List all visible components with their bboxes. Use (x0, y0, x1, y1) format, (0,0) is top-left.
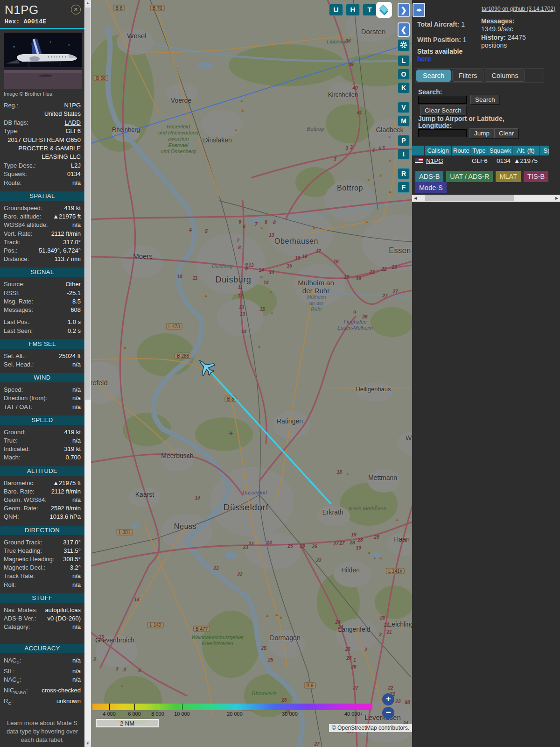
search-input[interactable] (418, 96, 467, 104)
aircraft-detail-sidebar: N1PG × Hex: A0014E (0, 0, 84, 747)
zoom-out-button[interactable]: − (382, 707, 394, 719)
data-label: TAT / OAT: (4, 403, 32, 411)
tar1090-app: WeselDorstenVoerdeDinslakenRheinbergKirc… (0, 0, 560, 747)
map-button-T[interactable]: T (363, 4, 377, 16)
expand-right-button[interactable]: ❯ (398, 3, 410, 17)
layer-switcher-button[interactable] (376, 2, 392, 18)
data-label: Geom. WGS84: (4, 496, 47, 504)
jump-input[interactable] (418, 129, 467, 137)
info-label: Squawk: (4, 170, 27, 178)
data-value: n/a (32, 623, 81, 631)
scrollbar-thumb[interactable] (85, 7, 91, 400)
map-toggle-button-V[interactable]: V (398, 102, 410, 113)
data-value: n/a (49, 496, 81, 504)
github-link[interactable]: tar1090 on github (3.14.1702) (482, 6, 555, 12)
map-toggle-button-K[interactable]: K (398, 82, 410, 93)
data-value: autopilot,tcas (39, 606, 81, 614)
hscroll-left-icon[interactable]: ◀ (412, 195, 419, 202)
data-value: 0.2 s (35, 327, 81, 335)
data-value: n/a (23, 656, 81, 667)
clear-search-button[interactable]: Clear Search (420, 106, 466, 115)
map-viewport[interactable]: WeselDorstenVoerdeDinslakenRheinbergKirc… (91, 0, 412, 747)
collapse-left-button[interactable]: ❮ (398, 22, 410, 37)
scroll-up-icon[interactable]: ▲ (84, 0, 91, 7)
data-row: Geom. Rate:2592 ft/min (0, 504, 84, 513)
data-row: Source:Other (0, 280, 84, 289)
table-cell: 0134 (488, 156, 512, 166)
spacer (0, 631, 84, 640)
data-label: Baro. Rate: (4, 487, 35, 496)
info-row: Squawk:0134 (0, 170, 84, 178)
data-row: Mach:0.700 (0, 453, 84, 462)
hscroll-right-icon[interactable]: ▶ (553, 195, 560, 202)
data-value: ▲21975 ft (36, 479, 81, 487)
osm-attribution[interactable]: © OpenStreetMap contributors. (329, 724, 412, 732)
scroll-down-icon[interactable]: ▼ (84, 740, 91, 747)
data-label: Geom. Rate: (4, 504, 38, 513)
data-value: 51.349°, 6.724° (20, 247, 81, 255)
panel-horizontal-scrollbar[interactable]: ◀ ▶ (412, 195, 560, 202)
data-label: Messages: (4, 306, 33, 314)
data-label: Last Pos.: (4, 318, 31, 326)
aircraft-photo[interactable] (4, 33, 82, 89)
legend-chip-tis-b: TIS-B (524, 171, 548, 182)
altitude-tick (182, 704, 182, 710)
map-toggle-button-P[interactable]: P (398, 135, 410, 146)
table-cell: ▲21975 (512, 156, 539, 166)
sidebar-scrollbar[interactable]: ▲ ▼ (84, 0, 91, 747)
info-value-link[interactable]: N1PG (21, 101, 81, 110)
data-value: n/a (25, 386, 81, 394)
table-row[interactable]: N1PGGLF60134▲21975 (412, 156, 549, 166)
data-value: n/a (37, 572, 81, 580)
data-label: Track: (4, 238, 21, 247)
data-label: Sel. Head.: (4, 360, 34, 369)
info-label: Type Desc.: (4, 162, 36, 170)
info-value-link[interactable]: LADD (31, 119, 81, 127)
stats-here-link[interactable]: here (417, 55, 431, 63)
map-toggle-button-F[interactable]: F (398, 182, 410, 193)
data-value: 608 (35, 306, 81, 314)
data-row: Track Rate:n/a (0, 572, 84, 580)
section-header: SPATIAL (0, 191, 84, 201)
callsign-link[interactable]: N1PG (426, 157, 443, 164)
data-row: Baro. Rate:2112 ft/min (0, 487, 84, 496)
search-button[interactable]: Search (470, 95, 500, 105)
sidebar-sections: SPATIALGroundspeed:419 ktBaro. altitude:… (0, 191, 84, 708)
data-row: Category:n/a (0, 623, 84, 631)
map-button-H[interactable]: H (346, 4, 360, 16)
zoom-in-button[interactable]: + (382, 693, 394, 705)
jump-button[interactable]: Jump (469, 128, 494, 138)
data-label: Direction (from): (4, 394, 47, 402)
close-icon[interactable]: × (71, 5, 81, 14)
info-row: Route:n/a (0, 179, 84, 187)
jump-clear-button[interactable]: Clear (494, 128, 518, 138)
column-header: Route (452, 146, 470, 155)
data-value: 311.5° (44, 547, 81, 555)
map-toggle-button-R[interactable]: R (398, 168, 410, 179)
with-position-stat: With Position: 1 (417, 36, 467, 43)
search-label: Search: (418, 88, 442, 96)
data-value: 2592 ft/min (40, 504, 81, 513)
table-cell: GLF6 (470, 156, 488, 166)
data-value: 2112 ft/min (34, 230, 81, 238)
settings-gear-button[interactable] (398, 39, 410, 51)
data-label: True Heading: (4, 547, 42, 555)
tab-columns[interactable]: Columns (485, 70, 525, 82)
gear-icon (399, 41, 408, 49)
map-toggle-button-O[interactable]: O (398, 69, 410, 80)
map-toggle-button-M[interactable]: M (398, 115, 410, 127)
tab-filters[interactable]: Filters (452, 70, 483, 82)
hscroll-thumb[interactable] (425, 195, 514, 201)
altitude-tick-label: 6 000 (128, 711, 141, 717)
info-value: United States (7, 110, 81, 118)
tab-search[interactable]: Search (416, 70, 451, 82)
data-row: Last Seen:0.2 s (0, 327, 84, 335)
legend-chip-ads-b: ADS-B (415, 171, 443, 182)
map-toggle-button-I[interactable]: I (398, 148, 410, 160)
data-row: Baro. altitude:▲21975 ft (0, 212, 84, 221)
panel-collapse-button[interactable]: ◀▶ (413, 3, 425, 17)
data-value: n/a (34, 403, 81, 411)
data-row: QNH:1013.6 hPa (0, 513, 84, 521)
map-toggle-button-L[interactable]: L (398, 55, 410, 66)
map-button-U[interactable]: U (329, 4, 343, 16)
